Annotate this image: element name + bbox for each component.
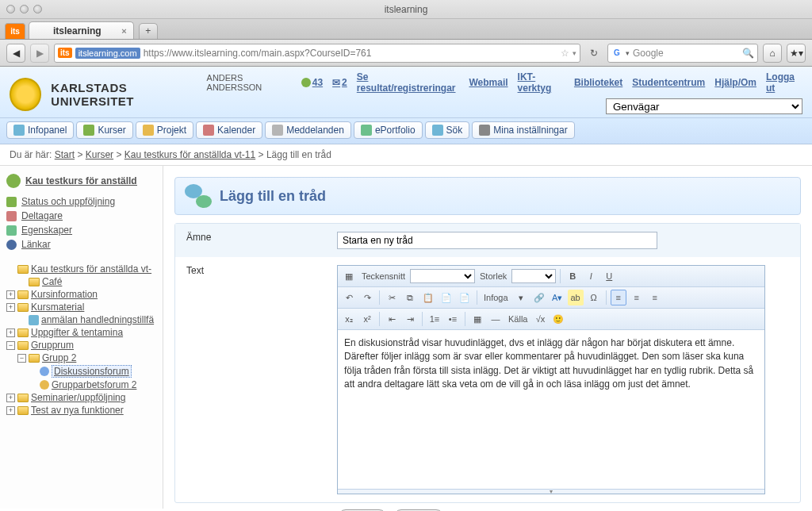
cut-button[interactable]: ✂: [384, 290, 400, 305]
menu-status[interactable]: Status och uppföljning: [6, 194, 156, 209]
pinned-tab-icon[interactable]: its: [5, 23, 25, 39]
course-title[interactable]: Kau testkurs för anställd: [6, 174, 156, 188]
underline-button[interactable]: U: [601, 268, 617, 284]
menu-properties[interactable]: Egenskaper: [6, 223, 156, 237]
tree-root[interactable]: Kau testkurs för anställda vt-: [31, 263, 151, 275]
editor-content[interactable]: En diskusionstråd visar huvudinlägget, d…: [338, 330, 764, 489]
paste-button[interactable]: 📋: [420, 290, 436, 305]
nav-infopanel[interactable]: Infopanel: [6, 121, 74, 139]
emoji-button[interactable]: 🙂: [550, 311, 566, 327]
tree-groupwork[interactable]: Grupparbetsforum 2: [52, 379, 136, 390]
forum-icon: [40, 380, 49, 390]
tree-uppgifter[interactable]: Uppgifter & tentamina: [31, 327, 123, 338]
outdent-button[interactable]: ⇤: [384, 311, 400, 327]
tree-kursmat[interactable]: Kursmaterial: [31, 302, 84, 313]
reload-button[interactable]: ↻: [585, 48, 603, 59]
new-tab-button[interactable]: +: [139, 23, 158, 39]
symbol-button[interactable]: Ω: [586, 290, 602, 305]
insert-dropdown-icon[interactable]: ▾: [513, 290, 529, 305]
paste-text-button[interactable]: 📄: [439, 290, 454, 305]
tree-expand-icon[interactable]: +: [6, 406, 15, 415]
hdr-link[interactable]: Webmail: [469, 77, 508, 88]
highlight-button[interactable]: ab: [568, 290, 584, 305]
indent-button[interactable]: ⇥: [402, 311, 418, 327]
hdr-link[interactable]: IKT-verktyg: [518, 71, 565, 94]
tree-kursinfo[interactable]: Kursinformation: [31, 289, 98, 300]
align-right-button[interactable]: ≡: [647, 290, 663, 305]
nav-projects[interactable]: Projekt: [136, 121, 193, 139]
redo-button[interactable]: ↷: [359, 290, 375, 305]
tree-grupp2[interactable]: Grupp 2: [42, 352, 76, 363]
layout-icon[interactable]: ▦: [341, 268, 357, 284]
text-color-button[interactable]: A▾: [550, 290, 565, 305]
ordered-list-button[interactable]: 1≡: [427, 311, 442, 327]
url-field[interactable]: its itslearning.com https://www.itslearn…: [54, 44, 580, 63]
back-button[interactable]: ◀: [6, 44, 25, 63]
tree-expand-icon[interactable]: +: [6, 394, 15, 402]
undo-button[interactable]: ↶: [341, 290, 357, 305]
align-left-button[interactable]: ≡: [611, 290, 626, 305]
hdr-link[interactable]: Hjälp/Om: [714, 77, 756, 88]
tree-seminar[interactable]: Seminarier/uppföljning: [31, 392, 125, 403]
subscript-button[interactable]: x₂: [341, 311, 357, 327]
tree-expand-icon[interactable]: +: [6, 303, 15, 312]
browser-tab-active[interactable]: itslearning ×: [29, 21, 134, 39]
nav-settings[interactable]: Mina inställningar: [472, 121, 574, 139]
font-family-select[interactable]: [410, 269, 475, 283]
tree-expand-icon[interactable]: +: [6, 290, 15, 299]
hdr-link[interactable]: Biblioteket: [574, 77, 622, 88]
online-users-badge[interactable]: 43: [301, 77, 323, 88]
tree-expand-icon[interactable]: +: [6, 328, 15, 337]
nav-courses[interactable]: Kurser: [76, 121, 132, 139]
search-engine-dropdown-icon[interactable]: ▾: [626, 49, 630, 57]
tree-anmalan[interactable]: anmälan handledningstillfä: [41, 314, 154, 325]
breadcrumb-link[interactable]: Kau testkurs för anställda vt-11: [124, 149, 255, 160]
traffic-lights[interactable]: [6, 5, 42, 13]
breadcrumb-link[interactable]: Kurser: [86, 149, 113, 160]
bookmark-star-icon[interactable]: ☆: [561, 48, 569, 59]
nav-eportfolio[interactable]: ePortfolio: [354, 121, 423, 139]
superscript-button[interactable]: x²: [359, 311, 375, 327]
tree-grupprum[interactable]: Grupprum: [31, 340, 74, 351]
forward-button[interactable]: ▶: [30, 44, 49, 63]
paste-word-button[interactable]: 📄: [457, 290, 473, 305]
tree-collapse-icon[interactable]: −: [6, 341, 15, 350]
menu-links[interactable]: Länkar: [6, 237, 156, 252]
font-size-select[interactable]: [511, 269, 556, 283]
dropdown-icon[interactable]: ▾: [573, 49, 576, 57]
hdr-link-logout[interactable]: Logga ut: [766, 71, 802, 94]
breadcrumb-link[interactable]: Start: [55, 149, 75, 160]
nav-calendar[interactable]: Kalender: [196, 121, 262, 139]
subject-input[interactable]: [337, 232, 657, 249]
copy-button[interactable]: ⧉: [402, 290, 418, 305]
hr-button[interactable]: —: [488, 311, 504, 327]
editor-resize-handle[interactable]: ▾: [338, 489, 764, 494]
bold-button[interactable]: B: [565, 268, 580, 284]
tab-close-icon[interactable]: ×: [121, 26, 126, 36]
home-button[interactable]: ⌂: [763, 44, 782, 63]
close-window[interactable]: [6, 5, 15, 13]
tree-cafe[interactable]: Café: [42, 276, 62, 287]
messages-badge[interactable]: ✉2: [332, 77, 347, 88]
menu-participants[interactable]: Deltagare: [6, 209, 156, 223]
browser-search-field[interactable]: G ▾ Google 🔍: [607, 44, 758, 63]
nav-messages[interactable]: Meddelanden: [265, 121, 351, 139]
course-icon: [6, 174, 21, 188]
minimize-window[interactable]: [20, 5, 29, 13]
equation-button[interactable]: √x: [532, 311, 548, 327]
link-button[interactable]: 🔗: [531, 290, 547, 305]
hdr-link[interactable]: Se resultat/registreringar: [357, 71, 460, 94]
hdr-link[interactable]: Studentcentrum: [632, 77, 705, 88]
nav-search[interactable]: Sök: [425, 121, 470, 139]
bookmarks-button[interactable]: ★▾: [787, 44, 806, 63]
tree-discussion-selected[interactable]: Diskussionsforum: [52, 365, 132, 378]
table-button[interactable]: ▦: [469, 311, 485, 327]
tree-test[interactable]: Test av nya funktioner: [31, 405, 124, 416]
unordered-list-button[interactable]: •≡: [445, 311, 461, 327]
search-icon[interactable]: 🔍: [742, 48, 754, 59]
tree-collapse-icon[interactable]: −: [17, 354, 26, 363]
align-center-button[interactable]: ≡: [629, 290, 645, 305]
shortcuts-dropdown[interactable]: Genvägar: [606, 98, 802, 114]
italic-button[interactable]: I: [583, 268, 599, 284]
zoom-window[interactable]: [33, 5, 42, 13]
